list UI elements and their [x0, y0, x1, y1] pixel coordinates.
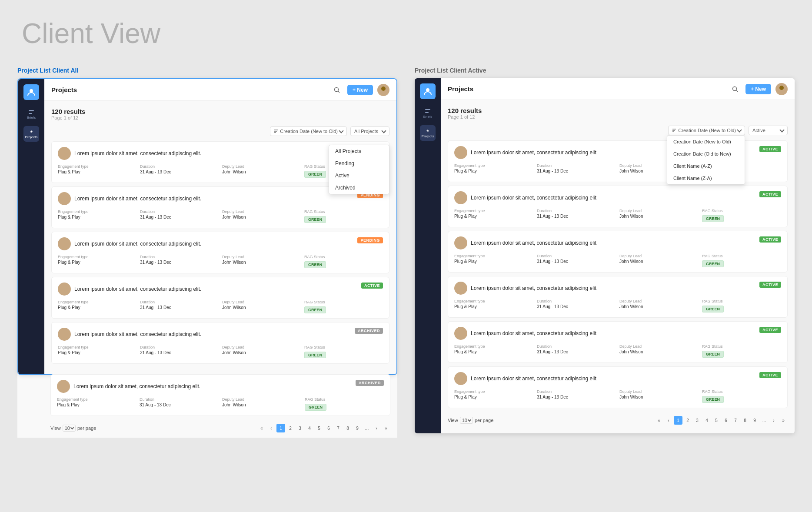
status-badge: ARCHIVED [356, 380, 384, 386]
left-per-page-select[interactable]: 10 [63, 425, 76, 432]
card-avatar [454, 282, 467, 295]
right-sidebar-item-briefs[interactable]: Briefs [420, 106, 436, 122]
left-filter-option-all[interactable]: All Projects [329, 145, 389, 157]
first-page-btn[interactable]: « [257, 424, 266, 432]
right-page-1-btn[interactable]: 1 [674, 416, 682, 425]
right-first-page-btn[interactable]: « [655, 416, 663, 425]
page-8-btn[interactable]: 8 [343, 424, 352, 432]
card-meta: Engagement typePlug & Play Duration31 Au… [57, 397, 384, 410]
page-4-btn[interactable]: 4 [305, 424, 314, 432]
right-panel-container: Project List Client Active [415, 67, 795, 433]
rag-badge: GREEN [702, 396, 724, 403]
page-5-btn[interactable]: 5 [315, 424, 323, 432]
right-page-4-btn[interactable]: 4 [702, 416, 711, 425]
card-avatar [454, 327, 467, 340]
left-filter-option-active[interactable]: Active [329, 170, 389, 182]
left-filter-dropdown[interactable]: All Projects [350, 126, 389, 136]
right-sidebar-item-projects[interactable]: ◈ Projects [420, 125, 436, 141]
right-sort-dropdown[interactable]: Creation Date (New to Old) [668, 126, 745, 135]
right-avatar[interactable] [775, 83, 788, 95]
svg-line-2 [338, 91, 339, 93]
svg-point-7 [426, 88, 429, 92]
right-new-button[interactable]: + New [745, 84, 771, 94]
next-page-btn[interactable]: › [372, 424, 381, 432]
sidebar-item-briefs-label: Briefs [27, 116, 36, 120]
right-top-bar: Projects + New [441, 78, 795, 100]
page-title: Client View [22, 17, 795, 50]
status-badge: ARCHIVED [355, 328, 383, 334]
right-filter-dropdown[interactable]: Active [749, 126, 788, 135]
left-sort-dropdown[interactable]: Creation Date (New to Old) [270, 126, 347, 136]
right-page-6-btn[interactable]: 6 [722, 416, 730, 425]
sort-option-old-to-new[interactable]: Creation Date (Old to New) [667, 148, 745, 160]
right-page-8-btn[interactable]: 8 [741, 416, 749, 425]
card-title: Lorem ipsum dolor sit amet, consectetur … [74, 286, 201, 292]
right-project-card-5[interactable]: Lorem ipsum dolor sit amet, consectetur … [448, 321, 788, 363]
right-sort-icon [672, 128, 676, 133]
card-meta: Engagement typePlug & Play Duration31 Au… [58, 345, 383, 358]
sort-option-new-to-old[interactable]: Creation Date (New to Old) [667, 136, 745, 148]
right-prev-page-btn[interactable]: ‹ [664, 416, 673, 425]
left-pagination-left: View 10 per page [50, 425, 96, 432]
right-sidebar: Briefs ◈ Projects [415, 78, 441, 433]
card-title: Lorem ipsum dolor sit amet, consectetur … [74, 196, 201, 202]
page-6-btn[interactable]: 6 [324, 424, 333, 432]
right-per-page-select[interactable]: 10 [460, 417, 473, 424]
left-filter-option-pending[interactable]: Pending [329, 157, 389, 170]
right-project-card-3[interactable]: Lorem ipsum dolor sit amet, consectetur … [448, 231, 788, 273]
per-page-chevron [70, 426, 74, 429]
left-projects-title: Projects [51, 86, 77, 93]
right-next-page-btn[interactable]: › [769, 416, 778, 425]
last-page-btn[interactable]: » [382, 424, 390, 432]
card-title: Lorem ipsum dolor sit amet, consectetur … [471, 376, 598, 382]
left-avatar[interactable] [377, 84, 389, 96]
right-sort-chevron [737, 127, 742, 132]
sidebar-item-projects[interactable]: ◈ Projects [23, 126, 39, 142]
sidebar-logo[interactable] [23, 84, 39, 100]
right-page-2-btn[interactable]: 2 [683, 416, 692, 425]
sort-option-za[interactable]: Client Name (Z-A) [667, 172, 745, 184]
right-panel-label: Project List Client Active [415, 67, 795, 74]
prev-page-btn[interactable]: ‹ [267, 424, 276, 432]
right-page-9-btn[interactable]: 9 [750, 416, 759, 425]
left-app-frame: Briefs ◈ Projects Projects [18, 79, 396, 374]
left-filter-dropdown-wrapper: All Projects All Projects Pending Active… [350, 126, 389, 136]
left-panel-wrapper: Briefs ◈ Projects Projects [17, 78, 397, 375]
right-sidebar-briefs-label: Briefs [423, 115, 432, 119]
left-filter-option-archived[interactable]: Archived [329, 182, 389, 194]
right-page-3-btn[interactable]: 3 [693, 416, 702, 425]
page-2-btn[interactable]: 2 [286, 424, 295, 432]
right-project-card-6[interactable]: Lorem ipsum dolor sit amet, consectetur … [448, 366, 788, 408]
left-top-actions: + New [331, 84, 389, 96]
page-9-btn[interactable]: 9 [353, 424, 362, 432]
right-search-button[interactable] [729, 83, 741, 95]
page-1-btn[interactable]: 1 [276, 424, 285, 432]
left-results-info: 120 results Page 1 of 12 [51, 108, 389, 120]
rag-badge: GREEN [305, 404, 326, 411]
right-results-info: 120 results Page 1 of 12 [448, 107, 788, 120]
right-project-card-2[interactable]: Lorem ipsum dolor sit amet, consectetur … [448, 186, 788, 227]
sort-option-az[interactable]: Client Name (A-Z) [667, 160, 745, 172]
right-page-5-btn[interactable]: 5 [712, 416, 721, 425]
left-main-content: Projects + New [44, 79, 396, 374]
right-filter-value: Active [752, 128, 765, 133]
rag-badge: GREEN [304, 261, 326, 268]
svg-point-8 [732, 86, 736, 90]
card-title: Lorem ipsum dolor sit amet, consectetur … [74, 150, 201, 156]
left-new-button[interactable]: + New [347, 85, 373, 95]
right-page-7-btn[interactable]: 7 [731, 416, 740, 425]
right-last-page-btn[interactable]: » [779, 416, 788, 425]
page-3-btn[interactable]: 3 [296, 424, 304, 432]
page-7-btn[interactable]: 7 [334, 424, 343, 432]
right-project-card-4[interactable]: Lorem ipsum dolor sit amet, consectetur … [448, 276, 788, 318]
page-ellipsis: ... [363, 424, 371, 432]
right-sidebar-logo[interactable] [420, 83, 436, 99]
left-project-card-3[interactable]: Lorem ipsum dolor sit amet, consectetur … [51, 232, 389, 273]
left-project-card-5[interactable]: Lorem ipsum dolor sit amet, consectetur … [51, 322, 389, 364]
left-search-button[interactable] [331, 84, 343, 96]
left-project-card-4[interactable]: Lorem ipsum dolor sit amet, consectetur … [51, 277, 389, 319]
card-meta: Engagement typePlug & Play Duration31 Au… [454, 209, 781, 222]
rag-badge: GREEN [702, 306, 724, 313]
left-extra-card-1[interactable]: Lorem ipsum dolor sit amet, consectetur … [50, 374, 390, 416]
sidebar-item-briefs[interactable]: Briefs [23, 107, 39, 123]
